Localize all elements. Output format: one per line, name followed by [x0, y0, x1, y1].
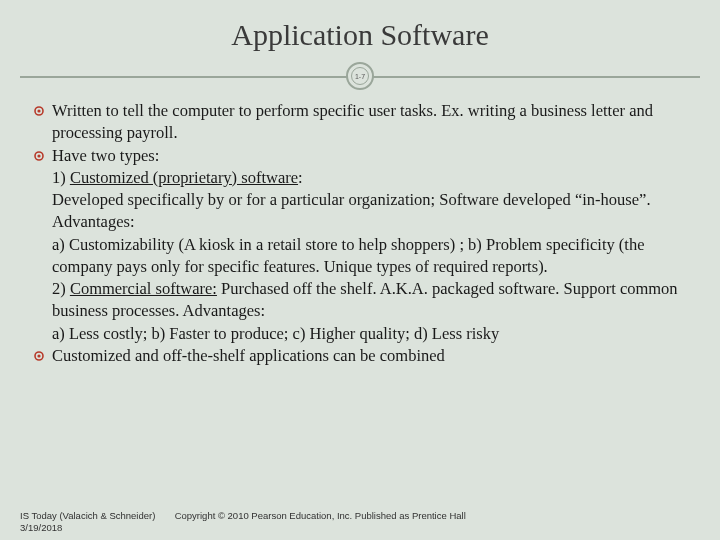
bullet-icon — [34, 351, 52, 361]
page-stamp: 1-7 — [346, 62, 374, 90]
line: a) Customizability (A kiosk in a retail … — [52, 235, 645, 276]
footer: IS Today (Valacich & Schneider) Copyrigh… — [20, 510, 466, 534]
svg-point-1 — [37, 109, 40, 112]
bullet-text: Customized and off-the-shelf application… — [52, 345, 686, 367]
content-area: Written to tell the computer to perform … — [20, 100, 700, 367]
line: a) Less costly; b) Faster to produce; c)… — [52, 324, 499, 343]
line: Developed specifically by or for a parti… — [52, 190, 651, 231]
slide: Application Software 1-7 Written to tell… — [0, 0, 720, 540]
bullet-item: Written to tell the computer to perform … — [34, 100, 686, 145]
svg-point-3 — [37, 154, 40, 157]
bullet-icon — [34, 106, 52, 116]
line: Have two types: — [52, 146, 159, 165]
footer-date: 3/19/2018 — [20, 522, 466, 534]
title-divider: 1-7 — [20, 62, 700, 92]
line-prefix: 2) — [52, 279, 70, 298]
footer-source: IS Today (Valacich & Schneider) — [20, 510, 155, 521]
line-prefix: 1) — [52, 168, 70, 187]
bullet-item: Customized and off-the-shelf application… — [34, 345, 686, 367]
page-number: 1-7 — [351, 67, 369, 85]
line-suffix: : — [298, 168, 303, 187]
bullet-item: Have two types: 1) Customized (proprieta… — [34, 145, 686, 345]
slide-title: Application Software — [20, 18, 700, 52]
bullet-icon — [34, 151, 52, 161]
bullet-text: Written to tell the computer to perform … — [52, 100, 686, 145]
bullet-text: Have two types: 1) Customized (proprieta… — [52, 145, 686, 345]
underlined-term: Commercial software: — [70, 279, 217, 298]
svg-point-5 — [37, 354, 40, 357]
footer-copyright: Copyright © 2010 Pearson Education, Inc.… — [175, 510, 466, 521]
underlined-term: Customized (proprietary) software — [70, 168, 298, 187]
